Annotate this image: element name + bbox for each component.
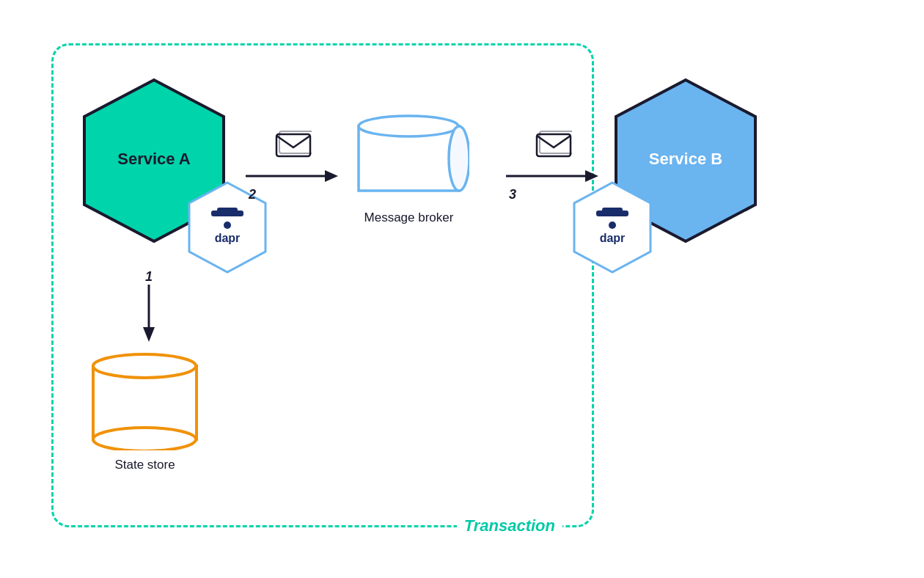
arrow-2-group: 2 — [246, 130, 341, 202]
state-store-label: State store — [114, 458, 175, 472]
svg-point-29 — [609, 222, 616, 229]
service-a-hexagon: Service A dapr — [77, 76, 231, 245]
svg-point-11 — [93, 354, 196, 378]
svg-rect-28 — [602, 208, 623, 213]
arrow-2-label: 2 — [249, 187, 256, 202]
svg-text:Service B: Service B — [649, 150, 722, 168]
arrow-1-container: 1 — [138, 269, 160, 343]
dapr-sidecar-b: dapr — [568, 180, 656, 278]
service-b-wrapper: Service B dapr — [609, 76, 763, 245]
svg-text:dapr: dapr — [600, 232, 626, 244]
transaction-label: Transaction — [457, 516, 562, 535]
arrow-3-label: 3 — [509, 187, 516, 202]
svg-text:dapr: dapr — [215, 232, 241, 244]
message-broker-wrapper: Message broker — [348, 108, 469, 225]
service-a-wrapper: Service A dapr — [77, 76, 231, 245]
state-store-wrapper: State store — [84, 344, 205, 472]
diagram-container: Transaction Service A dapr 1 — [29, 21, 895, 557]
svg-marker-15 — [325, 170, 338, 182]
service-b-hexagon: Service B dapr — [609, 76, 763, 245]
svg-rect-4 — [217, 208, 238, 213]
svg-point-17 — [359, 116, 458, 136]
message-broker-label: Message broker — [364, 211, 454, 225]
arrow-1-label: 1 — [145, 269, 153, 285]
svg-text:Service A: Service A — [117, 150, 191, 168]
svg-marker-8 — [143, 327, 155, 342]
svg-point-10 — [93, 428, 196, 450]
svg-point-5 — [224, 222, 231, 229]
svg-point-18 — [449, 126, 469, 191]
